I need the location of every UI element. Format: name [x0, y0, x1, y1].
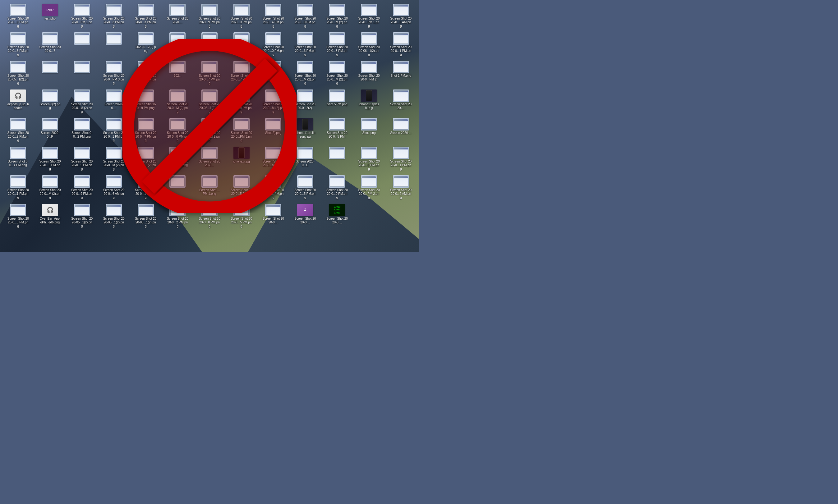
desktop-icon-39[interactable]: Shot 1 PM.png — [385, 60, 416, 88]
desktop-icon-57[interactable]: Screen Shot 2020-0...7 PM.png — [130, 117, 161, 145]
desktop-icon-27[interactable]: Screen Shot 2020-05...1(2).png — [2, 60, 34, 88]
desktop-icon-7[interactable]: Screen Shot 2020-0...9 PM.png — [194, 2, 225, 31]
desktop-icon-83[interactable]: Screen Shot 2020-0...1 PM.png — [130, 174, 161, 202]
desktop-icon-76[interactable] — [321, 145, 353, 174]
desktop-icon-8[interactable]: Screen Shot 2020-0...3 PM.png — [226, 2, 257, 31]
desktop-icon-5[interactable]: Screen Shot 2020-0...3 PM.png — [130, 2, 161, 31]
desktop-icon-21[interactable]: Screen Shot ...9 PM.png — [226, 31, 257, 59]
desktop-icon-22[interactable]: Screen Shot 2020-0...0 PM.png — [258, 31, 289, 59]
desktop-icon-15[interactable]: Screen Shot 2020-0...7 — [35, 31, 66, 59]
desktop-icon-82[interactable]: Screen Shot 2020-0...6 AM.png — [98, 174, 130, 202]
desktop-icon-9[interactable]: Screen Shot 2020-0...4 PM.png — [258, 2, 289, 31]
desktop-icon-90[interactable]: Screen Shot 2020-0...PM 2.png — [353, 174, 385, 202]
desktop-icon-61[interactable]: Shot 2).png — [258, 117, 289, 145]
desktop-icon-4[interactable]: Screen Shot 2020-0...3 PM.png — [98, 2, 130, 31]
desktop-icon-93[interactable]: 🎧Over-Ear- ApplePh...edb.png — [35, 203, 66, 231]
desktop-icon-87[interactable]: Screen Shot 2020-0...8 PM.png — [258, 174, 289, 202]
desktop-icon-78[interactable]: Screen Shot 2020-0...1 PM.png — [385, 145, 416, 174]
desktop-icon-65[interactable]: Screen 2020-... — [385, 117, 416, 145]
desktop-icon-88[interactable]: Screen Shot 2020-0...5 PM.png — [290, 174, 321, 202]
desktop-icon-28[interactable] — [35, 60, 66, 88]
desktop-icon-60[interactable]: Screen Shot 2020-0...PM 3.png — [226, 117, 257, 145]
desktop-icon-42[interactable]: Screen Shot 2020-0...M (2).png — [66, 88, 97, 116]
desktop-icon-50[interactable]: Shot 5 PM.png — [321, 88, 353, 116]
desktop-icon-29[interactable] — [66, 60, 97, 88]
desktop-icon-52[interactable]: Screen Shot 2020-... — [385, 88, 416, 116]
desktop-icon-12[interactable]: Screen Shot 2020-0...PM 1.png — [353, 2, 385, 31]
desktop-icon-10[interactable]: Screen Shot 2020-0...9 PM.png — [290, 2, 321, 31]
desktop-icon-73[interactable]: iphonexr.jpg — [226, 145, 257, 174]
desktop-icon-74[interactable]: Screen Shot 2020-0...M (2).png — [258, 145, 289, 174]
desktop-icon-37[interactable]: Screen Shot 2020-0...M (2).png — [321, 60, 353, 88]
desktop-icon-69[interactable]: Screen Shot 2020-0...M (2).png — [98, 145, 130, 174]
desktop-icon-31[interactable]: Screen Shot 2020-0...1 PM.png — [130, 60, 161, 88]
desktop-icon-30[interactable]: Screen Shot 2020-0...PM 3.png — [98, 60, 130, 88]
desktop-icon-1[interactable]: Screen Shot 2020-0...8 PM.png — [2, 2, 34, 31]
desktop-icon-51[interactable]: iphone11splash.jp g — [353, 88, 385, 116]
desktop-icon-80[interactable]: Screen Shot 2020-0...M (2).png — [35, 174, 66, 202]
desktop-icon-97[interactable]: Screen Shot 2020-0...2 PM.png — [162, 203, 193, 231]
desktop-icon-94[interactable]: Screen Shot 2020-05...1(2).png — [66, 203, 97, 231]
desktop-icon-102[interactable]: 010101100101011Screen Shot 2020-0.... — [321, 203, 353, 231]
desktop-icon-72[interactable]: Screen Shot 2020-0... — [194, 145, 225, 174]
desktop-icon-26[interactable]: Screen Shot 2020-0...1 PM.png — [385, 31, 416, 59]
desktop-icon-56[interactable]: Screen Shot 2020-0...1 PM.png — [98, 117, 130, 145]
desktop-icon-25[interactable]: Screen Shot 2020-06...1(2).png — [353, 31, 385, 59]
desktop-icon-24[interactable]: Screen Shot 2020-0...3 PM.png — [321, 31, 353, 59]
desktop-icon-67[interactable]: Screen Shot 2020-0...6 PM.png — [35, 145, 66, 174]
desktop-icon-85[interactable]: Screen Shot ...PM 1.png — [194, 174, 225, 202]
desktop-icon-20[interactable] — [194, 31, 225, 59]
desktop-icon-43[interactable]: Screen 2020-0.... — [98, 88, 130, 116]
desktop-icon-45[interactable]: Screen Shot 2020-0...M (2).png — [162, 88, 193, 116]
desktop-icon-98[interactable]: Screen Shot 2020-0...8 PM.png — [194, 203, 225, 231]
desktop-icon-59[interactable]: Screen Shot 2020-0...PM 1.png — [194, 117, 225, 145]
desktop-icon-38[interactable]: Screen Shot 2020-0...PM 2. — [353, 60, 385, 88]
desktop-icon-40[interactable]: 🎧airpods_p up_header. — [2, 88, 34, 116]
desktop-icon-71[interactable]: Screen Shot 2020-0...3(2).png — [162, 145, 193, 174]
desktop-icon-64[interactable]: Shot .png — [353, 117, 385, 145]
desktop-icon-41[interactable]: Screen 3(2).png — [35, 88, 66, 116]
desktop-icon-46[interactable]: Screen Shot 2020-05...1(2).png — [194, 88, 225, 116]
desktop-icon-95[interactable]: Screen Shot 2020-05...1(2).png — [98, 203, 130, 231]
desktop-icon-13[interactable]: Screen Shot 2020-0...8 AM.png — [385, 2, 416, 31]
desktop-icon-11[interactable]: Screen Shot 2020-0...M (2).png — [321, 2, 353, 31]
desktop-icon-86[interactable]: Screen Shot 2020-0...5 PM.png — [226, 174, 257, 202]
desktop-icon-62[interactable]: iphone11prolineup. jpg — [290, 117, 321, 145]
desktop-icon-47[interactable]: Screen Shot 2020-0...9 PM.png — [226, 88, 257, 116]
desktop-icon-101[interactable]: 🎙Screen Shot 2020-0.... — [290, 203, 321, 231]
desktop-icon-35[interactable]: Screen Shot 2020-0...PM 1.png — [258, 60, 289, 88]
desktop-icon-79[interactable]: Screen Shot 2020-0...1 PM.png — [2, 174, 34, 202]
desktop-icon-34[interactable]: Screen Shot 2020-0...7 PM.png — [226, 60, 257, 88]
desktop-icon-92[interactable]: Screen Shot 2020-0...3 PM.png — [2, 203, 34, 231]
desktop-icon-36[interactable]: Screen Shot 2020-0...M (2).png — [290, 60, 321, 88]
desktop-icon-58[interactable]: Screen Shot 2020-0...0 PM.png — [162, 117, 193, 145]
desktop-icon-44[interactable]: Screen Shot 0-0...9 PM.png — [130, 88, 161, 116]
desktop-icon-54[interactable]: Screen 2020-0...P — [35, 117, 66, 145]
desktop-icon-81[interactable]: Screen Shot 2020-0...9 PM.png — [66, 174, 97, 202]
desktop-icon-2[interactable]: PHPtest.php — [35, 2, 66, 31]
desktop-icon-75[interactable]: Screen 2020-0...C — [290, 145, 321, 174]
desktop-icon-89[interactable]: Screen Shot 2020-0...0 PM.png — [321, 174, 353, 202]
desktop-icon-68[interactable]: Screen Shot 2020-0...5 PM.png — [66, 145, 97, 174]
desktop-icon-63[interactable]: Screen Sho 2020-0...5 PM. — [321, 117, 353, 145]
desktop-icon-14[interactable]: Screen Shot 2020-0...6 PM.png — [2, 31, 34, 59]
desktop-icon-96[interactable]: Screen Shot 2020-05...1(2).png — [130, 203, 161, 231]
desktop-icon-53[interactable]: Screen Shot 2020-0...9 PM.png — [2, 117, 34, 145]
desktop-icon-6[interactable]: Screen Shot 2020-0.... — [162, 2, 193, 31]
desktop-icon-33[interactable]: Screen Shot 2020-0...7 PM.png — [194, 60, 225, 88]
desktop-icon-3[interactable]: Screen Shot 2020-0...PM 1.png — [66, 2, 97, 31]
desktop-icon-23[interactable]: Screen Shot 2020-0...6 PM.png — [290, 31, 321, 59]
desktop-icon-70[interactable]: Screen Shot 2020-06...1(2).png — [130, 145, 161, 174]
desktop-icon-84[interactable] — [162, 174, 193, 202]
desktop-icon-99[interactable]: Screen Shot 2020-0...5 PM.png — [226, 203, 257, 231]
desktop-icon-17[interactable] — [98, 31, 130, 59]
desktop-icon-100[interactable]: Screen Shot 2020-0.... — [258, 203, 289, 231]
desktop-icon-91[interactable]: Screen Shot 2020-0...2 AM.png — [385, 174, 416, 202]
desktop-icon-48[interactable]: Screen Shot 2020-0...M (2).png — [258, 88, 289, 116]
desktop-icon-19[interactable]: 202... — [162, 31, 193, 59]
desktop-icon-66[interactable]: Screen Shot 0-0...4 PM.png — [2, 145, 34, 174]
desktop-icon-77[interactable]: Screen Shot 2020-0...6 PM.png — [353, 145, 385, 174]
desktop-icon-32[interactable]: 202... — [162, 60, 193, 88]
desktop-icon-16[interactable] — [66, 31, 97, 59]
desktop-icon-49[interactable]: Screen Sho 2020-0...2(2). — [290, 88, 321, 116]
